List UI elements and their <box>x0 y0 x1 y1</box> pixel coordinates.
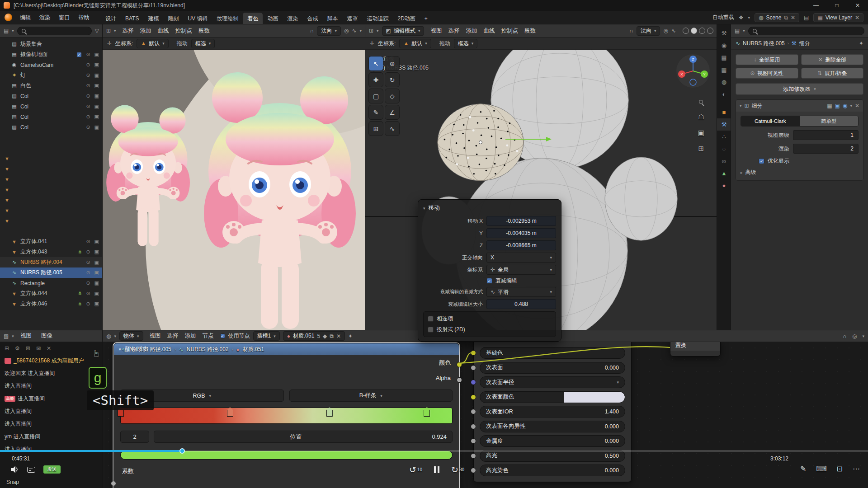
viewport-right-menu-2[interactable]: 添加 <box>462 27 480 35</box>
scene-selector[interactable]: ◍ Scene ⧉ ✕ <box>755 13 799 22</box>
falloff-size-field[interactable]: 0.488 <box>486 299 556 309</box>
shader-menu-2[interactable]: 添加 <box>182 332 199 340</box>
ortho-axis-dropdown[interactable]: X▾ <box>486 253 556 263</box>
properties-tab-object[interactable]: ■ <box>717 106 731 118</box>
breadcrumb-object[interactable]: NURBS 路径.005 <box>743 40 785 47</box>
proportional-edit-icon[interactable]: ◎ <box>663 28 668 34</box>
tool-add-primitive[interactable]: ⊞ <box>368 121 383 136</box>
toggle-visibility-button[interactable]: ⊙视图可见性 <box>736 68 798 79</box>
move-x-field[interactable]: -0.002953 m <box>486 216 556 226</box>
render-viewport[interactable] <box>103 50 365 330</box>
camera-render-icon[interactable]: ▣ <box>94 83 99 89</box>
properties-tab-object-data[interactable]: ▲ <box>717 167 731 179</box>
input-socket-0[interactable] <box>471 350 476 356</box>
input-socket-6[interactable] <box>471 438 476 444</box>
eye-icon[interactable]: ⊙ <box>86 270 90 276</box>
fullscreen-icon[interactable]: ⊡ <box>837 465 843 473</box>
properties-tab-material[interactable]: ● <box>717 179 731 192</box>
properties-tab-output[interactable]: ▤ <box>717 52 731 64</box>
workspace-tab-3[interactable]: 雕刻 <box>163 13 183 24</box>
eye-icon[interactable]: ⊙ <box>86 83 90 89</box>
stop-position-slider[interactable]: 位置 0.924 <box>154 431 453 443</box>
edit-mode-toggle-icon[interactable]: ▦ <box>827 103 832 109</box>
snap-magnet-icon[interactable]: ∩ <box>310 28 314 34</box>
outliner-row-11[interactable]: ▼ <box>0 153 103 164</box>
camera-render-icon[interactable]: ▣ <box>94 52 99 57</box>
workspace-tab-1[interactable]: BATS <box>121 13 143 24</box>
principled-row-1[interactable]: 次表面0.000 <box>480 362 625 374</box>
apply-all-button[interactable]: ↓全部应用 <box>736 54 798 65</box>
eye-icon[interactable]: ⊙ <box>86 114 90 120</box>
outliner-row-3[interactable]: ✶灯⊙▣ <box>0 70 103 80</box>
principled-row-8[interactable]: 高光染色0.000 <box>480 465 625 476</box>
colorramp-node[interactable]: ▾ 颜色渐变 颜色 Alpha RGB▾ B-样条▾ 2 位置 0.924 <box>113 343 459 488</box>
viewport-right-menu-5[interactable]: 段数 <box>521 27 539 35</box>
tool-tweak-select[interactable]: ↖ <box>368 56 383 71</box>
workspace-tab-9[interactable]: 合成 <box>302 13 322 24</box>
realtime-toggle-icon[interactable]: ▣ <box>835 103 840 109</box>
eye-icon[interactable]: ⊙ <box>86 93 90 99</box>
workspace-tab-11[interactable]: 遮罩 <box>342 13 362 24</box>
outliner-row-2[interactable]: ◉GamelsoCam⊙▣ <box>0 60 103 70</box>
properties-tab-physics[interactable]: ◌ <box>717 143 731 155</box>
move-z-field[interactable]: -0.008665 m <box>486 240 556 250</box>
mode-dropdown[interactable]: ◩ 编辑模式▾ <box>382 26 425 36</box>
shader-menu-1[interactable]: 选择 <box>164 332 182 340</box>
outliner-row-12[interactable]: ▼ <box>0 164 103 174</box>
principled-row-5[interactable]: 次表面各向异性0.000 <box>480 421 625 432</box>
viewport-left-menu-1[interactable]: 添加 <box>137 27 155 35</box>
chevron-down-icon[interactable]: ▾ <box>359 28 362 33</box>
camera-render-icon[interactable]: ▣ <box>94 124 99 130</box>
eye-icon[interactable]: ⊙ <box>86 259 90 265</box>
duplicate-icon[interactable]: ⧉ <box>330 333 334 339</box>
volume-icon[interactable] <box>11 466 19 473</box>
properties-search[interactable] <box>748 27 864 35</box>
camera-render-icon[interactable]: ▣ <box>94 301 99 307</box>
move-panel-header[interactable]: ▾ 移动 <box>423 204 556 212</box>
editor-type-icon[interactable]: ⊞ <box>106 28 111 34</box>
keyboard-icon[interactable]: ⌨ <box>816 465 827 473</box>
camera-render-icon[interactable]: ▣ <box>94 62 99 68</box>
orientation-dropdown[interactable]: ✛全局▾ <box>486 265 556 275</box>
menubar-menu-2[interactable]: 窗口 <box>55 11 74 24</box>
falloff-type-dropdown[interactable]: ∿平滑▾ <box>486 287 556 297</box>
eye-icon[interactable]: ⊙ <box>86 52 90 57</box>
outliner-row-16[interactable]: ▼ <box>0 205 103 216</box>
input-socket-1[interactable] <box>471 365 476 371</box>
node-graph[interactable]: ▾ 颜色渐变 颜色 Alpha RGB▾ B-样条▾ 2 位置 0.924 <box>103 342 868 488</box>
expand-collapse-button[interactable]: ⇅展开/折叠 <box>801 68 864 79</box>
gear-icon[interactable]: ⚙ <box>15 345 20 352</box>
camera-render-icon[interactable]: ▣ <box>94 72 99 78</box>
viewport-right-menu-0[interactable]: 视图 <box>427 27 445 35</box>
principled-row-6[interactable]: 金属度0.000 <box>480 435 625 447</box>
stop-index-field[interactable]: 2 <box>120 431 149 443</box>
extras-menu-icon[interactable]: ▾ <box>850 103 852 108</box>
shader-menu-0[interactable]: 视图 <box>146 332 164 340</box>
shading-wireframe-button[interactable] <box>683 28 689 34</box>
colorramp-stop-3[interactable] <box>424 407 430 417</box>
principled-bsdf-node[interactable]: 基础色次表面0.000次表面半径▾次表面颜色次表面IOR1.400次表面各向异性… <box>473 342 632 482</box>
colorramp-gradient[interactable] <box>120 408 453 424</box>
shader-menu-3[interactable]: 节点 <box>199 332 217 340</box>
eye-icon[interactable]: ⊙ <box>86 249 90 255</box>
interpolation-dropdown[interactable]: B-样条▾ <box>289 389 453 402</box>
editor-type-icon[interactable]: ▤ <box>4 28 9 34</box>
rewind-10-button[interactable]: ↺10 <box>409 465 422 475</box>
visibility-checkbox[interactable]: ✓ <box>76 52 82 57</box>
input-socket-4[interactable] <box>471 409 476 414</box>
input-socket-2[interactable] <box>471 380 476 385</box>
close-button[interactable]: ✕ <box>847 0 868 11</box>
unlink-scene-icon[interactable]: ✕ <box>791 14 795 21</box>
color-swatch[interactable] <box>564 392 625 403</box>
orientation-dropdown[interactable]: ▲ 默认▾ <box>137 39 168 48</box>
tool-annotate[interactable]: ✎ <box>368 105 383 120</box>
properties-tab-constraints[interactable]: ∞ <box>717 155 731 167</box>
workspace-tab-7[interactable]: 动画 <box>263 13 283 24</box>
block-icon[interactable]: ⊠ <box>26 345 30 352</box>
add-modifier-button[interactable]: 添加修改器▾ <box>736 83 863 95</box>
compositor-icon[interactable]: ❖ <box>739 14 744 21</box>
chevron-down-icon[interactable]: ▾ <box>748 15 750 20</box>
send-button[interactable]: 发送 <box>43 465 61 474</box>
outliner-row-6[interactable]: ▤Col⊙▣ <box>0 101 103 112</box>
grid-icon[interactable]: ⊞ <box>5 345 9 352</box>
